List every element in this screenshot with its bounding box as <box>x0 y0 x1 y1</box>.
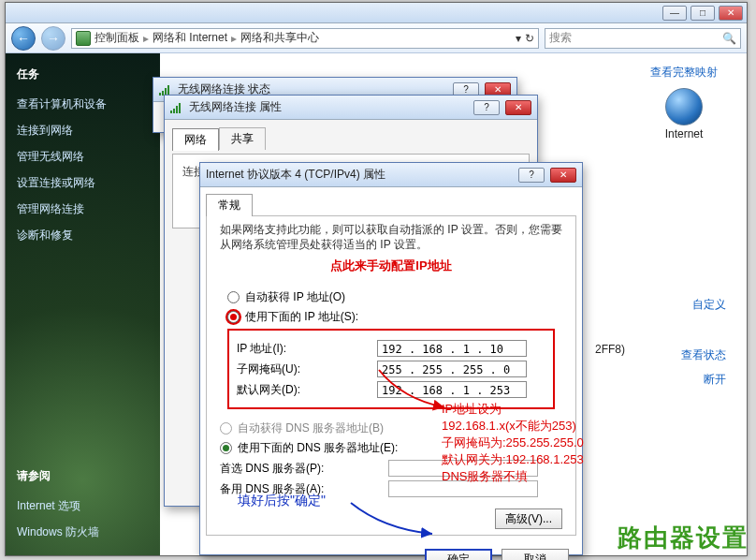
view-status-link[interactable]: 查看状态 <box>681 343 726 367</box>
dlg3-close-button[interactable]: ✕ <box>550 168 576 183</box>
maximize-button[interactable]: □ <box>691 6 715 21</box>
tcpip-description: 如果网络支持此功能，则可以获取自动指派的 IP 设置。否则，您需要从网络系统管理… <box>220 222 562 252</box>
radio-auto-ip[interactable] <box>227 291 240 303</box>
breadcrumb-sep-icon: ▸ <box>231 32 237 45</box>
sidebar-item-manage-wireless[interactable]: 管理无线网络 <box>17 146 149 167</box>
ok-button[interactable]: 确定 <box>425 549 492 560</box>
radio-manual-dns-label: 使用下面的 DNS 服务器地址(E): <box>238 440 398 456</box>
gw-label: 默认网关(D): <box>237 382 377 398</box>
dns1-label: 首选 DNS 服务器(P): <box>220 461 388 477</box>
cancel-button[interactable]: 取消 <box>502 549 569 560</box>
tab-network[interactable]: 网络 <box>172 128 219 151</box>
minimize-button[interactable]: — <box>662 6 687 21</box>
breadcrumb-mid[interactable]: 网络和 Internet <box>153 30 227 46</box>
internet-label: Internet <box>642 127 726 140</box>
tab-sharing[interactable]: 共享 <box>219 127 266 150</box>
radio-manual-dns[interactable] <box>220 442 232 454</box>
annotation-heading: 点此来手动配置IP地址 <box>207 258 575 274</box>
watermark: 路由器设置 <box>618 522 749 554</box>
dlg3-title: Internet 协议版本 4 (TCP/IPv4) 属性 <box>206 167 385 183</box>
mask-input[interactable]: 255 . 255 . 255 . 0 <box>377 361 527 377</box>
sidebar-item-setup-connection[interactable]: 设置连接或网络 <box>17 172 149 193</box>
dns-radio-group: 自动获得 DNS 服务器地址(B) 使用下面的 DNS 服务器地址(E): 首选… <box>220 420 562 497</box>
gw-input[interactable]: 192 . 168 . 1 . 253 <box>377 381 527 398</box>
address-icon <box>76 31 91 46</box>
sidebar-item-diagnose[interactable]: 诊断和修复 <box>17 225 149 245</box>
dns1-input[interactable] <box>388 460 538 477</box>
dlg2-close-button[interactable]: ✕ <box>505 100 531 115</box>
internet-node: 查看完整映射 Internet <box>642 65 726 140</box>
radio-manual-ip[interactable] <box>227 311 240 323</box>
dns2-label: 备用 DNS 服务器(A): <box>220 481 388 497</box>
search-box[interactable]: 搜索 🔍 <box>545 28 741 49</box>
radio-auto-ip-label: 自动获得 IP 地址(O) <box>245 289 345 305</box>
sidebar-item-view-devices[interactable]: 查看计算机和设备 <box>17 94 149 114</box>
window-titlebar: — □ ✕ <box>6 3 747 23</box>
view-full-map-link[interactable]: 查看完整映射 <box>650 66 718 79</box>
ip-radio-group: 自动获得 IP 地址(O) 使用下面的 IP 地址(S): IP 地址(I): … <box>218 282 564 413</box>
sidebar-item-manage-connections[interactable]: 管理网络连接 <box>17 199 149 219</box>
refresh-icon[interactable]: ↻ <box>525 32 534 45</box>
mask-label: 子网掩码(U): <box>237 361 377 377</box>
breadcrumb-sep-icon: ▸ <box>143 32 149 45</box>
signal-icon <box>159 84 172 96</box>
globe-icon <box>665 88 703 125</box>
toolbar: ← → 控制面板 ▸ 网络和 Internet ▸ 网络和共享中心 ▾ ↻ 搜索… <box>6 23 747 53</box>
tasks-heading: 任务 <box>17 66 149 82</box>
sidebar-item-connect-network[interactable]: 连接到网络 <box>17 120 149 140</box>
tab-general[interactable]: 常规 <box>206 194 253 216</box>
dlg2-help-button[interactable]: ? <box>473 100 500 115</box>
ssid-fragment: 2FF8) <box>595 343 625 356</box>
radio-manual-ip-label: 使用下面的 IP 地址(S): <box>245 309 358 325</box>
breadcrumb-root[interactable]: 控制面板 <box>94 30 139 46</box>
disconnect-link[interactable]: 断开 <box>681 367 726 391</box>
dlg2-title: 无线网络连接 属性 <box>189 99 282 115</box>
radio-auto-dns-label: 自动获得 DNS 服务器地址(B) <box>238 420 384 436</box>
sidebar-extra-internet-options[interactable]: Internet 选项 <box>17 495 149 516</box>
forward-button[interactable]: → <box>41 26 65 51</box>
sidebar-extra-firewall[interactable]: Windows 防火墙 <box>17 522 149 542</box>
ip-input[interactable]: 192 . 168 . 1 . 10 <box>377 340 527 357</box>
right-action-links: 自定义 查看状态 断开 <box>681 292 726 391</box>
address-bar[interactable]: 控制面板 ▸ 网络和 Internet ▸ 网络和共享中心 ▾ ↻ <box>71 28 539 49</box>
close-button[interactable]: ✕ <box>719 6 743 21</box>
breadcrumb-leaf[interactable]: 网络和共享中心 <box>240 30 319 46</box>
dns2-input[interactable] <box>388 480 538 497</box>
back-button[interactable]: ← <box>11 26 36 51</box>
tasks-sidebar: 任务 查看计算机和设备 连接到网络 管理无线网络 设置连接或网络 管理网络连接 … <box>6 53 160 555</box>
search-placeholder: 搜索 <box>549 30 572 46</box>
search-icon: 🔍 <box>722 32 736 45</box>
breadcrumb-dd-icon[interactable]: ▾ <box>516 32 521 45</box>
customize-link[interactable]: 自定义 <box>681 292 726 317</box>
ip-label: IP 地址(I): <box>237 341 377 357</box>
tcpip-properties-dialog: Internet 协议版本 4 (TCP/IPv4) 属性 ? ✕ 常规 如果网… <box>199 162 583 555</box>
signal-icon <box>170 102 183 113</box>
advanced-button[interactable]: 高级(V)... <box>495 508 562 529</box>
radio-auto-dns <box>220 422 232 435</box>
dlg3-help-button[interactable]: ? <box>518 168 545 183</box>
ip-grid-highlight: IP 地址(I): 192 . 168 . 1 . 10 子网掩码(U): 25… <box>227 329 555 409</box>
see-also-heading: 请参阅 <box>17 468 149 484</box>
